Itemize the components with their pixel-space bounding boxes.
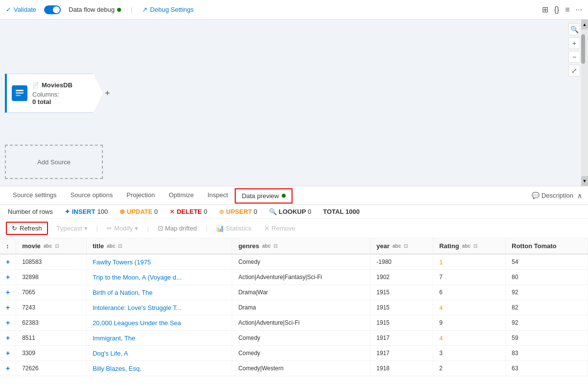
add-source-box[interactable]: Add Source [5,145,103,179]
cell-title[interactable]: Dog's Life, A [86,346,232,361]
cell-rating[interactable]: 1 [433,254,506,270]
cell-title[interactable]: 20,000 Leagues Under the Sea [86,315,232,331]
movie-col-copy-icon[interactable]: ⊡ [55,243,59,249]
upsert-count: ⊕ UPSERT 0 [219,208,257,215]
row-plus-icon[interactable]: + [6,334,10,342]
title-col-copy-icon[interactable]: ⊡ [118,243,122,249]
title-link[interactable]: Immigrant, The [93,335,135,342]
row-plus-icon[interactable]: + [6,304,10,311]
cell-title[interactable]: Birth of a Nation, The [86,285,232,300]
row-indicator: + [0,285,16,300]
scroll-thumb[interactable] [581,34,585,64]
chat-icon: 💬 [532,192,539,199]
tab-optimize[interactable]: Optimize [162,187,200,204]
statistics-button[interactable]: 📊 Statistics [212,223,255,234]
row-plus-icon[interactable]: + [6,319,10,327]
col-header-rotten-tomato[interactable]: Rotton Tomato [506,238,588,254]
modify-chevron: ▾ [135,225,138,232]
tab-inspect[interactable]: Inspect [200,187,235,204]
scroll-down-button[interactable]: ▼ [581,176,588,186]
cell-rating[interactable]: 4 [433,331,506,346]
title-link[interactable]: Birth of a Nation, The [93,289,153,296]
modify-label: Modify [114,225,133,232]
typecast-label: Typecast [57,225,82,232]
cell-rating: 2 [433,361,506,376]
cell-title[interactable]: Immigrant, The [86,331,232,346]
typecast-chevron: ▾ [84,225,88,232]
cell-movie: 108583 [16,254,87,270]
title-link[interactable]: Fawlty Towers (1975 [93,258,151,266]
rating-link[interactable]: 4 [439,304,442,311]
table-row: +72626Billy Blazes, Esq.Comedy|Western19… [0,361,588,376]
cell-title[interactable]: Fawlty Towers (1975 [86,254,232,270]
fit-button[interactable]: ⤢ [568,65,580,77]
lookup-count: 🔍 LOOKUP 0 [269,208,311,215]
cell-title[interactable]: Billy Blazes, Esq. [86,361,232,376]
number-of-rows-label: Number of rows [8,208,53,215]
rating-col-copy-icon[interactable]: ⊡ [473,243,477,249]
tab-source-settings[interactable]: Source settings [6,187,64,204]
code-icon[interactable]: {} [554,5,560,14]
row-plus-icon[interactable]: + [6,288,10,296]
zoom-in-button[interactable]: + [568,37,580,49]
table-body: +108583Fawlty Towers (1975Comedy-1980154… [0,254,588,376]
cell-movie: 3309 [16,346,87,361]
row-plus-icon[interactable]: + [6,258,10,266]
node-plus-button[interactable]: + [105,88,110,99]
cell-rotten-tomato: 59 [506,331,588,346]
debug-settings-button[interactable]: ↗ Debug Settings [142,6,194,13]
canvas-scrollbar[interactable]: ▲ ▼ [581,20,588,186]
tab-source-options[interactable]: Source options [64,187,120,204]
col-header-year[interactable]: year abc ⊡ [370,238,433,254]
col-header-movie[interactable]: movie abc ⊡ [16,238,87,254]
more-icon[interactable]: ··· [576,5,582,14]
scroll-up-button[interactable]: ▲ [581,20,588,29]
title-link[interactable]: Trip to the Moon, A (Voyage d... [93,274,182,281]
title-link[interactable]: 20,000 Leagues Under the Sea [93,319,181,327]
zoom-out-button[interactable]: − [568,51,580,63]
title-link[interactable]: Billy Blazes, Esq. [93,365,142,372]
refresh-button[interactable]: ↻ Refresh [6,222,48,235]
cell-rating[interactable]: 4 [433,300,506,315]
validate-button[interactable]: ✓ Validate [6,6,36,13]
cell-title[interactable]: Trip to the Moon, A (Voyage d... [86,270,232,285]
description-button[interactable]: 💬 Description [532,192,573,199]
node-icon [12,85,27,101]
cell-title[interactable]: Intolerance: Love's Struggle T... [86,300,232,315]
debug-toggle[interactable] [44,5,61,14]
col-header-rating[interactable]: Rating abc ⊡ [433,238,506,254]
row-plus-icon[interactable]: + [6,364,10,372]
genres-col-copy-icon[interactable]: ⊡ [273,243,277,249]
map-drifted-button[interactable]: ⊡ Map drifted [154,223,201,234]
typecast-button[interactable]: Typecast ▾ [53,223,92,234]
cell-year: 1915 [370,285,433,300]
update-label: UPDATE [127,208,152,215]
row-plus-icon[interactable]: + [6,349,10,357]
cell-movie: 62383 [16,315,87,331]
rating-link[interactable]: 1 [439,258,442,266]
rating-link[interactable]: 4 [439,335,442,342]
collapse-button[interactable]: ∧ [577,192,582,200]
table-row: +3309Dog's Life, AComedy1917383 [0,346,588,361]
delete-icon: ✕ [170,208,175,215]
grid-icon[interactable]: ⊞ [542,5,548,14]
movies-db-node[interactable]: 📄 MoviesDB Columns: 0 total [5,74,103,113]
col-header-genres[interactable]: genres abc ⊡ [232,238,370,254]
settings-icon[interactable]: ≡ [565,5,569,14]
table-row: +7065Birth of a Nation, TheDrama|War1915… [0,285,588,300]
title-link[interactable]: Dog's Life, A [93,350,128,357]
year-col-copy-icon[interactable]: ⊡ [404,243,408,249]
modify-icon: ✏ [107,225,112,232]
col-header-title[interactable]: title abc ⊡ [86,238,232,254]
remove-button[interactable]: ✕ Remove [260,223,299,234]
title-link[interactable]: Intolerance: Love's Struggle T... [93,304,181,311]
cell-movie: 72626 [16,361,87,376]
tab-data-preview[interactable]: Data preview [235,188,293,204]
tab-projection[interactable]: Projection [120,187,162,204]
node-count-text: 0 total [32,98,51,105]
update-icon: ⊛ [120,208,125,215]
search-zoom-icon[interactable]: 🔍 [568,24,580,35]
upsert-val-text: 0 [254,208,257,215]
modify-button[interactable]: ✏ Modify ▾ [103,223,142,234]
row-plus-icon[interactable]: + [6,273,10,281]
